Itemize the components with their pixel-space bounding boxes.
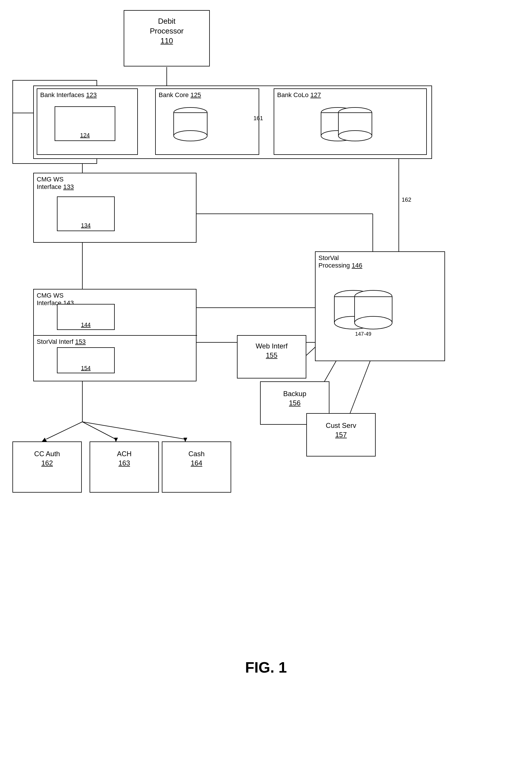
inner-154: 154	[57, 347, 115, 373]
inner-134: 134	[57, 197, 115, 231]
diagram: Debit Processor 110 Fed Wire 121 ACH 122…	[0, 0, 532, 693]
bank-section-box: Bank Interfaces 123 124 Bank Core 125 12…	[33, 86, 432, 159]
svg-text:147-49: 147-49	[355, 331, 371, 336]
cust-serv-box: Cust Serv 157	[306, 413, 376, 456]
svg-line-35	[82, 422, 185, 439]
web-interf-box: Web Interf 155	[237, 335, 306, 379]
ach-bottom-box: ACH 163	[89, 441, 159, 493]
label-162: 162	[402, 197, 411, 203]
bank-colo-box: Bank CoLo 127 128-29	[274, 88, 427, 155]
db-126: 126	[173, 106, 208, 144]
cash-box: Cash 164	[162, 441, 231, 493]
fig-label: FIG. 1	[245, 659, 287, 676]
cmg-ws-133-box: CMG WSInterface 133 134	[33, 173, 197, 243]
svg-point-46	[338, 131, 372, 141]
inner-144: 144	[57, 304, 115, 330]
db-147-49: 147-49	[333, 289, 414, 336]
inner-124: 124	[55, 106, 115, 141]
svg-point-39	[174, 131, 207, 141]
storval-processing-box: StorValProcessing 146 147-49	[315, 251, 445, 361]
db-128-29: 128-29	[318, 106, 393, 144]
svg-point-53	[355, 316, 392, 329]
label-161: 161	[254, 115, 263, 122]
bank-core-box: Bank Core 125 126	[155, 88, 259, 155]
svg-line-31	[46, 422, 82, 439]
svg-marker-32	[42, 438, 47, 441]
svg-line-33	[82, 422, 116, 439]
debit-processor-box: Debit Processor 110	[124, 10, 210, 66]
bank-interfaces-box: Bank Interfaces 123 124	[37, 88, 138, 155]
cc-auth-box: CC Auth 162	[12, 441, 82, 493]
cmg-storval-combined-box: CMG WSInterface 143 144 StorVal Interf 1…	[33, 289, 197, 381]
